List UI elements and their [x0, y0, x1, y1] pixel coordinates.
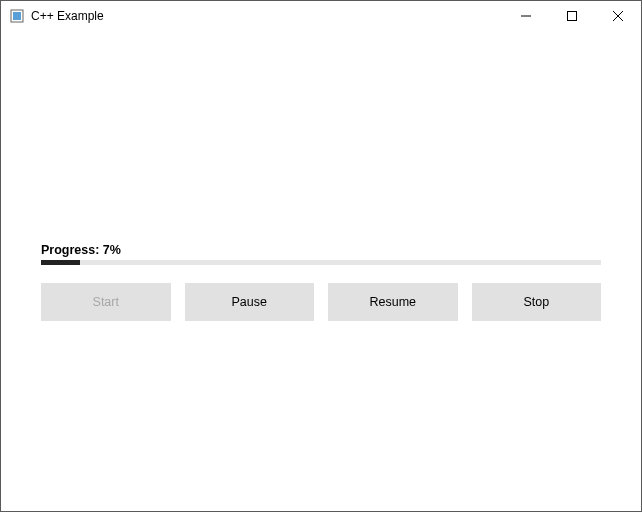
maximize-button[interactable] [549, 1, 595, 31]
progress-bar [41, 260, 601, 265]
start-button[interactable]: Start [41, 283, 171, 321]
resume-button[interactable]: Resume [328, 283, 458, 321]
window-controls [503, 1, 641, 31]
progress-label: Progress: 7% [41, 243, 601, 257]
button-row: Start Pause Resume Stop [41, 283, 601, 321]
minimize-button[interactable] [503, 1, 549, 31]
progress-percent-text: 7% [103, 243, 121, 257]
stop-button[interactable]: Stop [472, 283, 602, 321]
svg-rect-3 [568, 12, 577, 21]
close-button[interactable] [595, 1, 641, 31]
app-icon [9, 8, 25, 24]
pause-button[interactable]: Pause [185, 283, 315, 321]
progress-label-prefix: Progress: [41, 243, 99, 257]
svg-rect-1 [13, 12, 21, 20]
progress-section: Progress: 7% [41, 243, 601, 265]
progress-fill [41, 260, 80, 265]
client-area: Progress: 7% Start Pause Resume Stop [1, 243, 641, 321]
titlebar: C++ Example [1, 1, 641, 31]
window-title: C++ Example [31, 9, 104, 23]
